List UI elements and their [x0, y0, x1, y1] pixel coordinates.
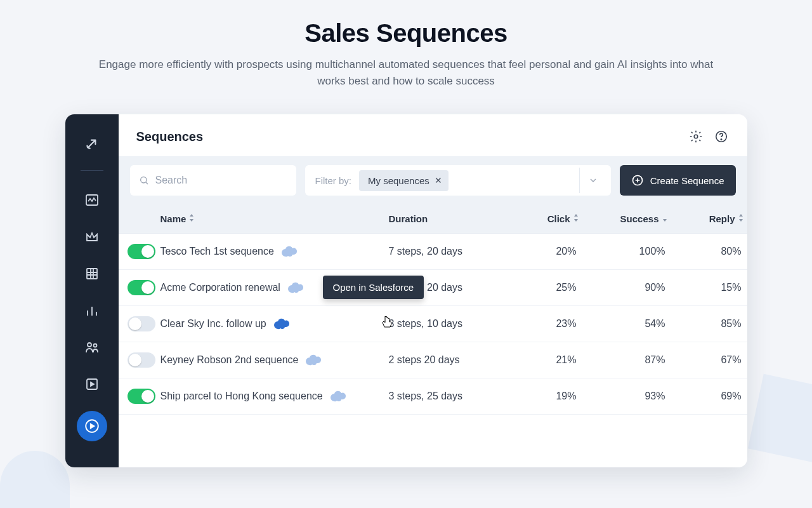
salesforce-cloud-icon [329, 390, 347, 403]
panel-title: Sequences [136, 130, 688, 144]
app-window: Sequences [65, 114, 747, 467]
svg-point-6 [694, 135, 698, 138]
column-name[interactable]: Name [160, 213, 389, 224]
active-toggle[interactable] [128, 280, 155, 295]
duration-cell: 3 steps, 25 days [389, 391, 509, 402]
sort-icon [573, 214, 579, 224]
svg-point-2 [88, 343, 91, 347]
close-icon[interactable]: ✕ [435, 175, 442, 185]
search-icon [139, 175, 149, 186]
sidebar-item-bars[interactable] [78, 297, 106, 324]
cursor-icon [380, 315, 394, 333]
sidebar-separator [81, 170, 103, 171]
duration-cell: 2 steps 20 days [389, 354, 509, 366]
reply-cell: 15% [674, 282, 747, 293]
table-row: Ship parcel to Hong Kong sequence 3 step… [119, 378, 747, 415]
active-toggle[interactable] [128, 352, 155, 368]
salesforce-cloud-icon [304, 354, 322, 366]
sidebar-item-analytics[interactable] [78, 186, 106, 214]
sort-icon [662, 214, 668, 224]
active-toggle[interactable] [128, 389, 155, 404]
chevron-down-icon [588, 175, 598, 185]
success-cell: 54% [586, 318, 674, 330]
name-cell: Keyney Robson 2nd sequence [160, 353, 389, 367]
table-row: Keyney Robson 2nd sequence 2 steps 20 da… [119, 342, 747, 378]
page-title: Sales Sequences [76, 19, 736, 48]
grid-icon [84, 266, 100, 281]
name-cell: Tesco Tech 1st sequence [160, 244, 389, 258]
reply-cell: 67% [674, 354, 747, 366]
bg-decoration [748, 374, 812, 464]
filter-chip[interactable]: My sequences ✕ [359, 170, 449, 191]
click-cell: 23% [509, 318, 586, 330]
play-square-icon [84, 377, 100, 392]
tooltip: Open in Salesforce [323, 276, 424, 299]
open-in-salesforce[interactable] [280, 245, 298, 258]
name-cell: Ship parcel to Hong Kong sequence [160, 389, 389, 403]
active-toggle[interactable] [128, 316, 155, 331]
sort-icon [738, 214, 744, 224]
column-success[interactable]: Success [586, 213, 674, 224]
play-circle-icon [84, 418, 100, 434]
help-button[interactable] [713, 128, 730, 145]
create-sequence-label: Create Sequence [650, 175, 724, 186]
column-duration[interactable]: Duration [389, 213, 509, 224]
search-input[interactable] [155, 175, 287, 186]
toolbar: Filter by: My sequences ✕ Create Sequenc… [119, 156, 747, 204]
people-icon [84, 340, 100, 355]
main-panel: Sequences [119, 114, 747, 467]
table-row: Tesco Tech 1st sequence 7 steps, 20 days… [119, 234, 747, 270]
svg-point-8 [721, 139, 721, 140]
filter-chip-label: My sequences [368, 175, 429, 186]
open-in-salesforce[interactable] [273, 318, 291, 330]
sidebar-item-crown[interactable] [78, 223, 106, 251]
page-subtitle: Engage more efficiently with prospects u… [95, 57, 717, 89]
filter-dropdown-toggle[interactable] [579, 168, 607, 193]
success-cell: 100% [586, 246, 674, 257]
open-in-salesforce[interactable] [329, 390, 347, 403]
salesforce-cloud-icon [280, 245, 298, 258]
settings-button[interactable] [688, 128, 704, 145]
open-in-salesforce[interactable] [287, 281, 304, 294]
name-cell: Clear Sky Inc. follow up [160, 317, 389, 331]
sidebar-item-users[interactable] [78, 333, 106, 361]
success-cell: 93% [586, 391, 674, 402]
sidebar-item-play[interactable] [78, 370, 106, 398]
table-row: Acme Corporation renewal 5 steps, 20 day… [119, 270, 747, 306]
open-in-salesforce[interactable] [304, 354, 322, 366]
reply-cell: 85% [674, 318, 747, 330]
table-header: Name Duration Click Success [119, 204, 747, 234]
crown-icon [84, 229, 100, 244]
titlebar: Sequences [119, 114, 747, 156]
click-cell: 20% [509, 246, 586, 257]
active-toggle[interactable] [128, 244, 155, 259]
search-box[interactable] [130, 165, 296, 196]
svg-rect-1 [87, 269, 97, 279]
reply-cell: 80% [674, 246, 747, 257]
salesforce-cloud-icon [287, 281, 304, 294]
title-actions [688, 128, 730, 145]
duration-cell: 3 steps, 10 days [389, 318, 509, 330]
salesforce-cloud-icon [273, 318, 291, 330]
click-cell: 21% [509, 354, 586, 366]
svg-point-3 [93, 344, 96, 347]
table-body: Tesco Tech 1st sequence 7 steps, 20 days… [119, 234, 747, 415]
column-reply[interactable]: Reply [674, 213, 747, 224]
success-cell: 90% [586, 282, 674, 293]
plus-circle-icon [631, 174, 644, 187]
click-cell: 19% [509, 391, 586, 402]
chart-wave-icon [84, 192, 100, 208]
gear-icon [689, 130, 703, 144]
create-sequence-button[interactable]: Create Sequence [620, 165, 736, 196]
bg-decoration [0, 451, 70, 508]
svg-point-9 [140, 177, 146, 183]
column-click[interactable]: Click [509, 213, 586, 224]
hero: Sales Sequences Engage more efficiently … [0, 0, 812, 102]
filter-label: Filter by: [315, 175, 352, 186]
sidebar-item-grid[interactable] [78, 260, 106, 288]
sidebar-fab-play[interactable] [77, 411, 107, 441]
table-row: Clear Sky Inc. follow up 3 steps, 10 day… [119, 306, 747, 342]
arrow-up-icon [84, 135, 100, 152]
sidebar-item-logo[interactable] [78, 130, 106, 157]
sidebar [65, 114, 119, 467]
